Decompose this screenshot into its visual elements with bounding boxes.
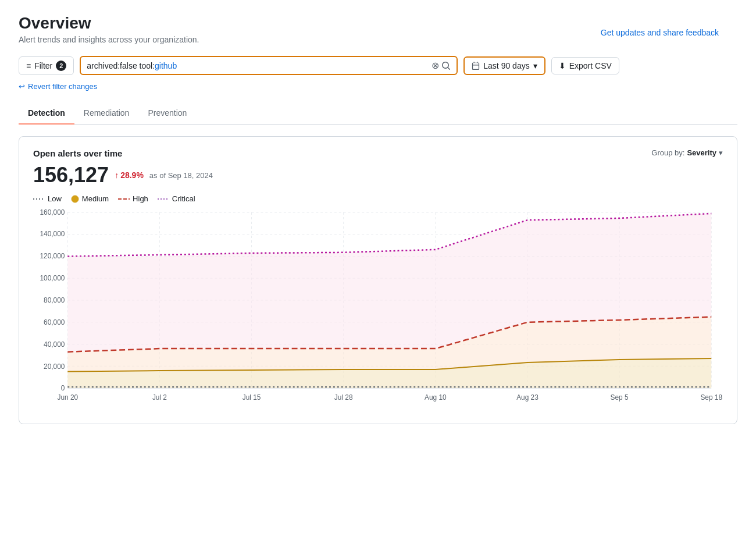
legend-low-label: Low bbox=[48, 194, 62, 203]
filter-label: Filter bbox=[34, 61, 52, 70]
svg-text:60,000: 60,000 bbox=[44, 318, 65, 326]
svg-text:Aug 23: Aug 23 bbox=[516, 393, 539, 401]
total-count: 156,127 ↑ 28.9% as of Sep 18, 2024 bbox=[33, 163, 723, 187]
toolbar: ≡ Filter 2 archived:false tool:github ⊗ … bbox=[19, 56, 737, 75]
tab-prevention[interactable]: Prevention bbox=[138, 102, 196, 125]
legend-medium-label: Medium bbox=[82, 194, 109, 203]
date-range-button[interactable]: Last 90 days ▾ bbox=[463, 56, 545, 75]
search-key1: archived: bbox=[87, 61, 120, 70]
legend-low: Low bbox=[33, 194, 62, 203]
revert-icon: ↩ bbox=[19, 82, 25, 91]
export-label: Export CSV bbox=[569, 61, 612, 70]
svg-text:Jul 15: Jul 15 bbox=[243, 393, 261, 401]
svg-text:Jul 28: Jul 28 bbox=[334, 393, 353, 401]
group-by-value: Severity bbox=[687, 148, 716, 157]
revert-filter-link[interactable]: ↩ Revert filter changes bbox=[19, 82, 737, 91]
svg-text:Jun 20: Jun 20 bbox=[58, 393, 79, 401]
svg-text:Sep 18: Sep 18 bbox=[700, 393, 722, 401]
filter-icon: ≡ bbox=[26, 61, 31, 70]
change-indicator: ↑ 28.9% bbox=[115, 170, 144, 180]
time-series-chart: 160,000 140,000 120,000 100,000 80,000 6… bbox=[33, 212, 723, 410]
svg-text:100,000: 100,000 bbox=[40, 274, 65, 282]
svg-text:Sep 5: Sep 5 bbox=[611, 393, 629, 401]
date-range-label: Last 90 days bbox=[483, 61, 529, 70]
date-chevron-icon: ▾ bbox=[533, 61, 537, 70]
svg-text:160,000: 160,000 bbox=[40, 208, 65, 216]
svg-text:140,000: 140,000 bbox=[40, 230, 65, 238]
chart-area: 160,000 140,000 120,000 100,000 80,000 6… bbox=[33, 212, 723, 412]
chart-card: Open alerts over time Group by: Severity… bbox=[19, 136, 737, 424]
filter-button[interactable]: ≡ Filter 2 bbox=[19, 56, 74, 75]
svg-text:20,000: 20,000 bbox=[44, 363, 65, 371]
search-val2: github bbox=[155, 61, 177, 70]
group-by-label: Group by: bbox=[651, 148, 684, 157]
as-of-date: as of Sep 18, 2024 bbox=[149, 171, 213, 180]
search-val1: false bbox=[120, 61, 137, 70]
svg-point-1 bbox=[72, 196, 79, 202]
legend-critical-label: Critical bbox=[172, 194, 195, 203]
download-icon: ⬇ bbox=[559, 61, 566, 70]
clear-search-button[interactable]: ⊗ bbox=[432, 60, 439, 71]
svg-text:Jul 2: Jul 2 bbox=[152, 393, 167, 401]
svg-text:120,000: 120,000 bbox=[40, 252, 65, 260]
search-button[interactable] bbox=[441, 61, 451, 70]
group-by-chevron-icon: ▾ bbox=[719, 148, 723, 157]
tabs: Detection Remediation Prevention bbox=[19, 102, 737, 125]
feedback-link[interactable]: Get updates and share feedback bbox=[601, 28, 719, 37]
up-arrow-icon: ↑ bbox=[115, 170, 119, 180]
filter-count: 2 bbox=[56, 61, 66, 71]
total-number: 156,127 bbox=[33, 163, 109, 187]
legend-critical: Critical bbox=[158, 194, 195, 203]
export-csv-button[interactable]: ⬇ Export CSV bbox=[551, 57, 619, 74]
search-box[interactable]: archived:false tool:github ⊗ bbox=[80, 56, 458, 75]
legend-high: High bbox=[118, 194, 148, 203]
svg-text:0: 0 bbox=[61, 384, 65, 392]
search-key2: tool: bbox=[137, 61, 155, 70]
change-pct-value: 28.9% bbox=[120, 170, 144, 180]
group-by-control[interactable]: Group by: Severity ▾ bbox=[651, 148, 723, 157]
legend-medium: Medium bbox=[71, 194, 109, 203]
chart-title: Open alerts over time bbox=[33, 148, 122, 158]
revert-label: Revert filter changes bbox=[28, 82, 97, 91]
legend-high-label: High bbox=[133, 194, 148, 203]
search-text: archived:false tool:github bbox=[87, 61, 429, 70]
svg-text:Aug 10: Aug 10 bbox=[425, 393, 447, 401]
tab-remediation[interactable]: Remediation bbox=[74, 102, 139, 125]
svg-text:40,000: 40,000 bbox=[44, 340, 65, 349]
svg-text:80,000: 80,000 bbox=[44, 296, 65, 304]
tab-detection[interactable]: Detection bbox=[19, 102, 74, 125]
chart-legend: Low Medium High Critical bbox=[33, 194, 723, 203]
